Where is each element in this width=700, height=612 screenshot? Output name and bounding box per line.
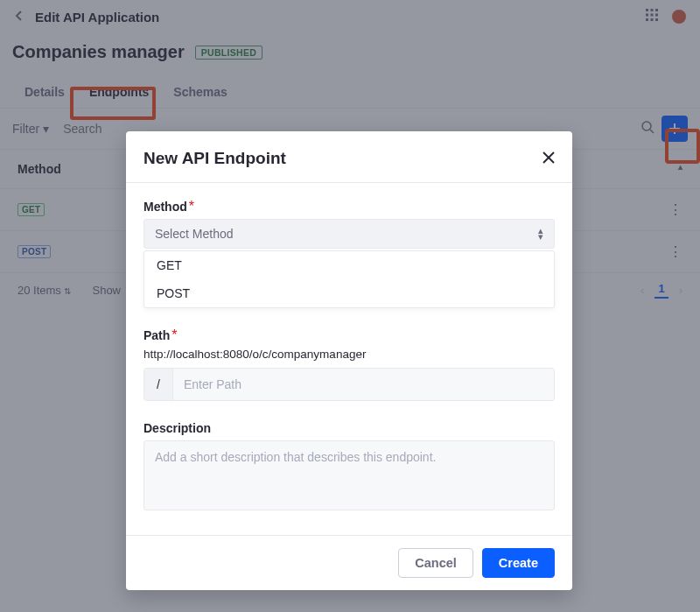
description-textarea[interactable] <box>144 440 555 510</box>
path-base-url: http://localhost:8080/o/c/companymanager <box>144 348 555 361</box>
description-field: Description <box>144 420 555 514</box>
path-label: Path <box>144 328 170 342</box>
method-dropdown: GET POST <box>144 250 555 308</box>
modal-body: Method* Select Method ▴▾ GET POST Path* … <box>126 183 572 535</box>
method-field: Method* Select Method ▴▾ GET POST <box>144 199 555 308</box>
required-marker: * <box>189 199 194 214</box>
path-input[interactable] <box>173 369 554 400</box>
method-option-get[interactable]: GET <box>144 251 554 279</box>
method-select-placeholder: Select Method <box>155 227 234 241</box>
method-label: Method <box>144 200 187 214</box>
close-icon[interactable] <box>542 150 555 168</box>
create-button[interactable]: Create <box>482 548 555 578</box>
new-endpoint-modal: New API Endpoint Method* Select Method ▴… <box>126 131 572 590</box>
path-field: Path* http://localhost:8080/o/c/companym… <box>144 327 555 401</box>
method-option-post[interactable]: POST <box>144 279 554 307</box>
modal-header: New API Endpoint <box>126 131 572 183</box>
modal-footer: Cancel Create <box>126 535 572 590</box>
description-label: Description <box>144 421 211 435</box>
select-arrows-icon: ▴▾ <box>538 228 543 239</box>
required-marker: * <box>172 327 177 342</box>
path-input-group: / <box>144 368 555 401</box>
cancel-button[interactable]: Cancel <box>398 548 473 578</box>
method-select[interactable]: Select Method ▴▾ <box>144 219 555 249</box>
modal-title: New API Endpoint <box>144 149 286 168</box>
path-prefix: / <box>144 369 173 400</box>
